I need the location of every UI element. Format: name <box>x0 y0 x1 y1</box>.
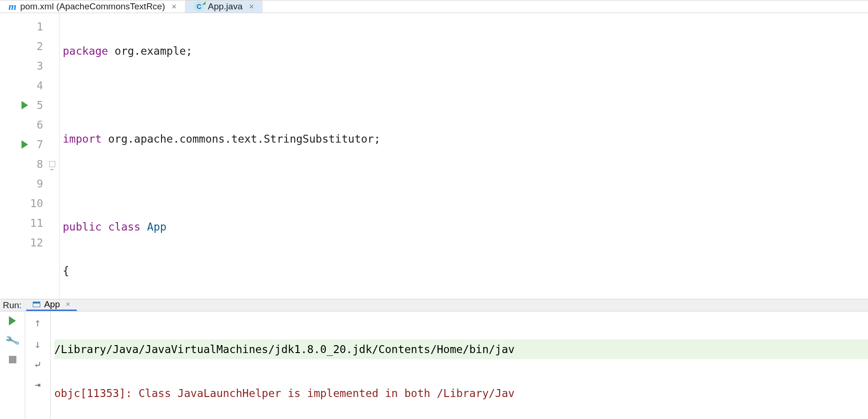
down-arrow-icon[interactable]: ↓ <box>34 338 41 351</box>
fold-icon[interactable] <box>49 161 55 167</box>
run-label: Run: <box>0 300 26 311</box>
tab-label: App.java <box>208 1 243 12</box>
console-output[interactable]: /Library/Java/JavaVirtualMachines/jdk1.8… <box>51 311 868 419</box>
rerun-icon[interactable] <box>9 316 16 325</box>
keyword: class <box>108 221 140 233</box>
close-icon[interactable]: × <box>249 2 254 12</box>
keyword: import <box>63 133 102 145</box>
stop-icon[interactable] <box>9 356 16 363</box>
run-tab-app[interactable]: App × <box>26 299 77 311</box>
line-number: 2 <box>37 36 43 56</box>
run-gutter-icon[interactable] <box>22 140 28 149</box>
soft-wrap-icon[interactable]: ⤶ <box>34 359 42 370</box>
line-number: 9 <box>37 174 43 194</box>
class-name: App <box>147 221 167 233</box>
window-icon <box>33 302 40 307</box>
line-number: 12 <box>30 233 43 253</box>
code-text: { <box>63 265 69 277</box>
tab-app[interactable]: C App.java × <box>185 0 263 13</box>
line-number: 1 <box>37 17 43 36</box>
run-tab-label: App <box>44 299 60 310</box>
run-toolbar-secondary: ↑ ↓ ⤶ ⇥ <box>25 311 51 419</box>
console-line: /Library/Java/JavaVirtualMachines/jdk1.8… <box>54 340 868 359</box>
maven-icon: m <box>8 0 16 13</box>
tab-pom[interactable]: m pom.xml (ApacheCommonsTextRce) × <box>0 0 185 13</box>
line-number: 11 <box>30 213 43 233</box>
keyword: package <box>63 45 108 57</box>
up-arrow-icon[interactable]: ↑ <box>34 316 41 329</box>
tab-label: pom.xml (ApacheCommonsTextRce) <box>20 1 165 12</box>
wrench-icon[interactable]: 🔧 <box>5 333 21 348</box>
scroll-to-end-icon[interactable]: ⇥ <box>35 379 40 390</box>
line-number: 10 <box>30 194 43 213</box>
java-class-icon: C <box>194 1 204 12</box>
line-number: 7 <box>37 135 43 154</box>
run-tool-header: Run: App × <box>0 299 868 311</box>
close-icon[interactable]: × <box>66 300 70 309</box>
line-number: 8 <box>37 154 43 174</box>
keyword: public <box>63 221 102 233</box>
code-text: org.apache.commons.text.StringSubstituto… <box>102 133 380 145</box>
code-editor[interactable]: 1 2 3 4 5 6 7 8 9 10 11 12 package org.e… <box>0 13 868 299</box>
line-number: 6 <box>37 115 43 135</box>
close-icon[interactable]: × <box>172 2 177 12</box>
line-gutter: 1 2 3 4 5 6 7 8 9 10 11 12 <box>0 13 51 299</box>
line-number: 4 <box>37 76 43 95</box>
console-line: objc[11353]: Class JavaLaunchHelper is i… <box>54 383 868 403</box>
line-number: 5 <box>37 95 43 115</box>
run-toolbar-primary: 🔧 <box>0 311 25 419</box>
run-gutter-icon[interactable] <box>22 101 28 109</box>
code-text: org.example; <box>108 45 192 57</box>
run-tool-window: 🔧 ↑ ↓ ⤶ ⇥ /Library/Java/JavaVirtualMachi… <box>0 311 868 419</box>
code-area[interactable]: package org.example; import org.apache.c… <box>60 13 868 299</box>
line-number: 3 <box>37 56 43 76</box>
editor-tabs: m pom.xml (ApacheCommonsTextRce) × C App… <box>0 0 868 13</box>
